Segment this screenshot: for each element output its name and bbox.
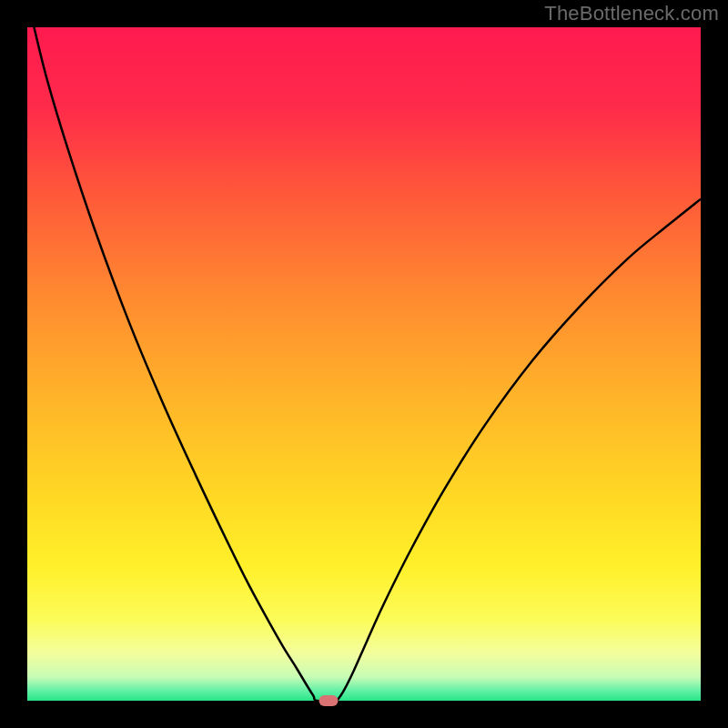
watermark-text: TheBottleneck.com xyxy=(544,2,719,25)
plot-area xyxy=(27,27,701,701)
chart-svg xyxy=(27,27,701,701)
chart-container: TheBottleneck.com xyxy=(0,0,728,728)
plot-background xyxy=(27,27,701,701)
data-marker xyxy=(318,695,338,706)
